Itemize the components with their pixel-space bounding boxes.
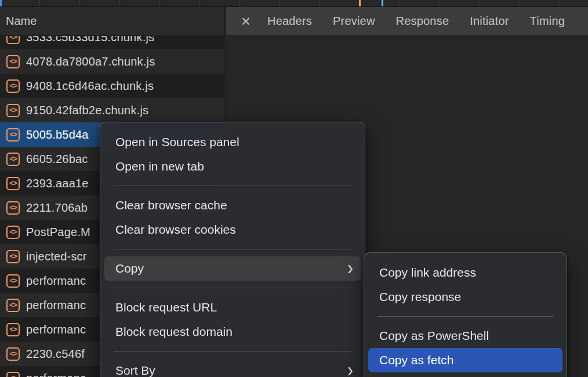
request-name: 3533.c5b33d15.chunk.js [26,36,154,44]
menu-separator [114,249,351,249]
request-name: performanc [26,299,86,312]
menu-item-open-in-sources[interactable]: Open in Sources panel [100,130,365,154]
name-column-label: Name [6,14,37,28]
menu-item-label: Open in new tab [115,160,204,173]
script-icon: <> [6,104,20,117]
menu-item-label: Copy link address [379,266,476,280]
script-icon: <> [6,79,20,93]
script-icon: <> [6,36,20,44]
request-name: 9150.42fafb2e.chunk.js [26,104,148,117]
menu-separator [114,351,351,351]
request-name: performanc [26,274,86,288]
request-name: 6605.26bac [26,153,88,166]
menu-item-block-request-domain[interactable]: Block request domain [100,320,365,344]
devtools-network-panel: Name × Headers Preview Response Initiato… [0,0,588,377]
menu-item-copy[interactable]: Copy › [104,256,361,281]
menu-item-label: Copy as PowerShell [379,329,489,343]
request-name: 2230.c546f [26,347,85,361]
menu-item-clear-browser-cookies[interactable]: Clear browser cookies [100,217,365,242]
script-icon: <> [6,153,20,166]
script-icon: <> [6,128,20,142]
menu-item-label: Copy [115,262,144,276]
request-name: 2211.706ab [26,201,88,215]
request-name: performanc [26,372,86,377]
header-row: Name × Headers Preview Response Initiato… [0,7,588,36]
menu-item-clear-browser-cache[interactable]: Clear browser cache [100,193,365,217]
script-icon: <> [6,226,20,239]
menu-item-label: Block request URL [115,300,217,314]
copy-submenu: Copy link address Copy response Copy as … [364,252,567,377]
script-icon: <> [6,55,20,68]
request-name: 9408.1c6d46ac.chunk.js [26,79,154,93]
menu-item-copy-response[interactable]: Copy response [364,285,567,309]
script-icon: <> [6,250,20,263]
menu-item-block-request-url[interactable]: Block request URL [100,295,365,320]
menu-item-copy-as-fetch[interactable]: Copy as fetch [368,348,562,372]
request-name: 5005.b5d4a [26,128,89,142]
request-name: 2393.aaa1e [26,177,89,190]
close-icon[interactable]: × [235,13,257,30]
menu-item-label: Clear browser cookies [115,223,236,237]
menu-item-label: Sort By [115,364,155,377]
menu-item-label: Copy as fetch [379,353,453,367]
table-row[interactable]: <>3533.c5b33d15.chunk.js [0,36,224,49]
request-name: 4078.da7800a7.chunk.js [26,55,155,68]
script-icon: <> [6,201,20,215]
tab-preview[interactable]: Preview [322,14,386,28]
menu-separator [114,288,351,288]
menu-item-label: Clear browser cache [115,198,227,212]
menu-item-copy-link-address[interactable]: Copy link address [364,260,567,285]
menu-separator [114,186,351,186]
script-icon: <> [6,372,20,377]
request-name: PostPage.M [26,226,90,239]
tab-response[interactable]: Response [386,14,460,28]
overview-tick-blue [382,0,383,6]
chevron-right-icon: › [347,369,353,371]
menu-item-label: Copy response [379,290,461,304]
request-name: performanc [26,323,86,336]
script-icon: <> [6,274,20,288]
script-icon: <> [6,323,20,336]
menu-item-label: Open in Sources panel [115,135,239,149]
menu-item-copy-as-powershell[interactable]: Copy as PowerShell [364,324,567,348]
overview-tick-blue-left [0,0,2,6]
table-row[interactable]: <>9408.1c6d46ac.chunk.js [0,74,224,98]
menu-item-label: Block request domain [115,325,233,339]
chevron-right-icon: › [347,267,353,269]
overview-tick-orange [359,0,361,6]
request-name: injected-scr [26,250,87,263]
tab-initiator[interactable]: Initiator [459,14,519,28]
script-icon: <> [6,347,20,361]
table-row[interactable]: <>4078.da7800a7.chunk.js [0,49,224,74]
script-icon: <> [6,299,20,312]
context-menu: Open in Sources panel Open in new tab Cl… [100,122,365,377]
detail-tab-bar: × Headers Preview Response Initiator Tim… [224,7,588,36]
tab-headers[interactable]: Headers [257,14,322,28]
table-row[interactable]: <>9150.42fafb2e.chunk.js [0,98,224,122]
menu-item-sort-by[interactable]: Sort By › [100,358,365,377]
menu-item-open-in-new-tab[interactable]: Open in new tab [100,154,365,179]
network-overview-strip[interactable] [0,0,588,7]
script-icon: <> [6,177,20,190]
menu-separator [378,316,553,317]
name-column-header[interactable]: Name [0,7,224,36]
tab-timing[interactable]: Timing [520,14,575,28]
